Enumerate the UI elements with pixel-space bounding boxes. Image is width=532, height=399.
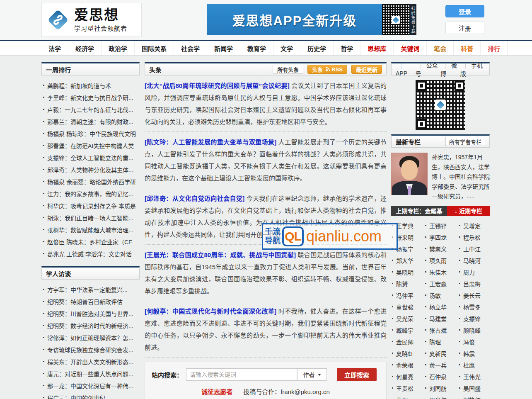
- interview-item[interactable]: 专访琉球民族独立综合研究会发...: [42, 343, 140, 355]
- headline-link[interactable]: [邱泽奇：从文化自觉迈向社会自觉]: [145, 195, 244, 202]
- nav-item[interactable]: 哲学: [334, 41, 360, 55]
- previous-column-link[interactable]: 上期专栏：金耀基: [391, 206, 447, 216]
- scholar-link[interactable]: 杨立华: [424, 301, 458, 313]
- scholar-link[interactable]: 王宏淼: [424, 278, 458, 290]
- nav-item[interactable]: 国际关系: [135, 41, 174, 55]
- weekly-rank-item[interactable]: 杨福泉 余丽婴：略论国外纳西学研: [42, 175, 140, 187]
- interview-item[interactable]: 程广云：中国的创世纪: [42, 392, 140, 399]
- nav-item[interactable]: 关键词: [394, 41, 427, 55]
- interview-item[interactable]: 方宇军：中华法系一定能复兴...: [42, 283, 140, 295]
- weekly-rank-item[interactable]: 李里峰：新文化史与抗日战争研...: [42, 91, 140, 103]
- search-input[interactable]: [186, 368, 297, 381]
- register-button[interactable]: 注册: [445, 22, 484, 34]
- nav-item[interactable]: 教育学: [240, 41, 273, 55]
- nav-item[interactable]: 思想库: [360, 41, 394, 55]
- scholar-link[interactable]: 郑大华: [391, 255, 424, 266]
- weekly-rank-item[interactable]: 邱泽奇：人类物种分化及其主体...: [42, 163, 140, 175]
- nav-item[interactable]: 排行: [481, 41, 508, 55]
- scholar-link[interactable]: 颜晓峰: [458, 324, 490, 336]
- interview-item[interactable]: 程美东：开辟出人类文明新形态...: [42, 355, 140, 367]
- scholar-link[interactable]: 夏新民: [424, 348, 458, 359]
- scholar-link[interactable]: 马晓河: [458, 255, 490, 266]
- nav-item[interactable]: 历史学: [300, 41, 334, 55]
- scholar-link[interactable]: 程乐松: [458, 231, 490, 243]
- interview-item[interactable]: 唐元：对近期一些重大热点问题...: [42, 367, 140, 380]
- scholar-link[interactable]: 童世骏: [391, 301, 424, 313]
- scholar-photo[interactable]: [391, 153, 428, 195]
- scholar-link[interactable]: 汤敏: [424, 290, 458, 301]
- weekly-rank-item[interactable]: 彭慕兰：清朝之迷：有限的财政...: [42, 115, 140, 127]
- recent-updates-button[interactable]: 最近更新: [351, 65, 382, 74]
- scholar-link[interactable]: 陈赟: [391, 278, 424, 290]
- scholar-link[interactable]: 臧峰宇: [391, 324, 424, 336]
- nav-item[interactable]: 文学: [273, 41, 300, 55]
- scholar-link[interactable]: 韩震: [458, 348, 490, 359]
- scholar-link[interactable]: 王锡锌: [424, 220, 458, 231]
- headlines-rss-button[interactable]: 头条 RSS: [307, 65, 347, 74]
- scholar-link[interactable]: 杜鹰: [458, 359, 490, 371]
- scholar-link[interactable]: 杨雪冬: [458, 301, 490, 313]
- headline-link[interactable]: [北大“战后80周年琉球研究的回顾与展望”会议纪要]: [145, 82, 290, 89]
- weekly-rank-item[interactable]: 卢毅：一九二七年的东征与北伐...: [42, 103, 140, 115]
- volunteer-link[interactable]: 诚征志愿者: [201, 387, 232, 396]
- weekly-rank-item[interactable]: 邵春堡：在防范AI失控中构建人类: [42, 139, 140, 151]
- weekly-rank-item[interactable]: 支振锋：全球人工智能立法的重...: [42, 151, 140, 163]
- interview-item[interactable]: 纪明葵：数字经济时代的新经济...: [42, 319, 140, 331]
- weekly-rank-item[interactable]: 江力：我的家乡故事，我的记忆...: [42, 187, 140, 200]
- scholar-link[interactable]: 李四龙: [424, 231, 458, 243]
- weekly-rank-item[interactable]: 杨福泉 杨琼珍：中华民族现代文明: [42, 127, 140, 139]
- scholar-link[interactable]: 项久雨: [424, 255, 458, 266]
- weekly-rank-item[interactable]: 龚鹏程：新加坡的道与术: [42, 79, 140, 91]
- scholar-link[interactable]: 周力: [458, 266, 490, 278]
- scholar-link[interactable]: 支振锋: [458, 313, 490, 324]
- login-button[interactable]: 登录: [445, 5, 484, 17]
- scholar-link[interactable]: 何星亮: [391, 371, 424, 382]
- app-upgrade-banner[interactable]: 爱思想APP全新升级: [207, 4, 382, 35]
- search-submit-button[interactable]: 立即搜索: [337, 368, 377, 381]
- scholar-link[interactable]: 樊崇义: [424, 243, 458, 255]
- site-logo[interactable]: 爱思想 学习型社会领航者: [41, 3, 142, 37]
- interview-item[interactable]: 常修泽：如何正确理解资本？怎...: [42, 331, 140, 343]
- scholar-link[interactable]: 王伟光: [458, 371, 490, 382]
- nav-item[interactable]: 新闻学: [207, 41, 240, 55]
- scholar-link[interactable]: 陈理: [424, 336, 458, 348]
- nav-item[interactable]: 笔会: [427, 41, 454, 55]
- scholar-link[interactable]: 吴国盛: [458, 382, 490, 394]
- scholar-link[interactable]: 冯仲平: [391, 290, 424, 301]
- headline-link[interactable]: [陈文玲：人工智能发展的重大变革与双重场景]: [145, 139, 276, 146]
- scholar-link[interactable]: 张占斌: [424, 324, 458, 336]
- nav-item[interactable]: 社会学: [174, 41, 207, 55]
- scholar-link[interactable]: 刘艳红: [458, 394, 490, 399]
- all-headlines-button[interactable]: 所有头条: [273, 65, 303, 74]
- scholar-link[interactable]: 刘同舫: [424, 382, 458, 394]
- scholar-link[interactable]: 朱佳木: [424, 266, 458, 278]
- interview-item[interactable]: 纪明葵：特朗普百日新政评估: [42, 295, 140, 307]
- scholar-link[interactable]: 吴晓明: [391, 266, 424, 278]
- app-channel-link[interactable]: 手机版: [460, 61, 485, 78]
- headline-link[interactable]: [何毅亭：中国式现代化与新时代全面深化改革]: [145, 308, 276, 315]
- nav-item[interactable]: 政治学: [102, 41, 135, 55]
- search-type-select[interactable]: 作者: [297, 368, 327, 381]
- scholar-link[interactable]: 周光权: [424, 394, 458, 399]
- scholar-link[interactable]: 薛澜: [391, 394, 424, 399]
- recent-columns-button[interactable]: ↓ 近期专栏: [447, 206, 490, 216]
- scholar-link[interactable]: 姜长云: [458, 290, 490, 301]
- nav-item[interactable]: 科普: [454, 41, 481, 55]
- scholar-link[interactable]: 金民卿: [391, 336, 424, 348]
- weekly-rank-item[interactable]: 赵俊臣 陈晓未：乡村企业家（CE: [42, 236, 140, 248]
- scholar-link[interactable]: 吕忠梅: [458, 278, 490, 290]
- scholar-link[interactable]: 吴增定: [458, 220, 490, 231]
- weekly-rank-item[interactable]: 张树华：数智赋能超大城市治理...: [42, 224, 140, 236]
- scholar-link[interactable]: 冯俊: [458, 336, 490, 348]
- interview-item[interactable]: 纪明葵：川普胜选对美国与世界...: [42, 307, 140, 319]
- weekly-rank-item[interactable]: 葛兆光 王德威 李浴洋：文史对话: [42, 248, 140, 260]
- app-channel-link[interactable]: APP: [396, 62, 416, 77]
- weekly-rank-item[interactable]: 柯华庆：吸毒记录封存之争 本质是: [42, 200, 140, 212]
- scholar-link[interactable]: 石仲泉: [424, 371, 458, 382]
- scholar-link[interactable]: 王贵松: [391, 382, 424, 394]
- app-channel-link[interactable]: 微博: [440, 61, 460, 78]
- scholar-link[interactable]: 吴光荣: [391, 313, 424, 324]
- weekly-rank-item[interactable]: 胡泳：我们正目睹一场人工智能...: [42, 212, 140, 224]
- scholar-link[interactable]: 马建堂: [424, 313, 458, 324]
- scholar-link[interactable]: 黄一兵: [424, 359, 458, 371]
